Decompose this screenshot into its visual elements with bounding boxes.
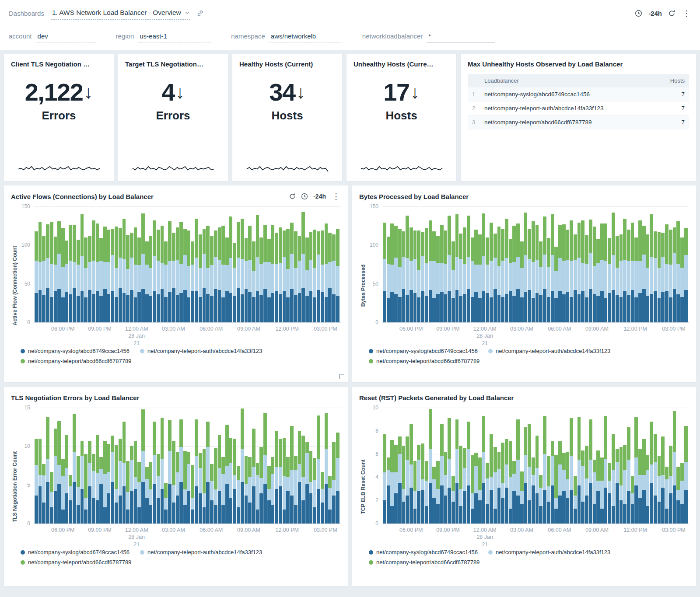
- bar-segment: [221, 505, 225, 524]
- bar-segment: [585, 264, 588, 298]
- bar-segment: [474, 453, 478, 465]
- bar-segment: [210, 296, 214, 322]
- plot-area[interactable]: [34, 408, 341, 524]
- bar-segment: [410, 290, 413, 322]
- bar-segment: [38, 222, 42, 262]
- bar-segment: [122, 219, 126, 259]
- kpi-row: Client TLS Negotiation … 2,122↓ Errors T…: [4, 54, 696, 182]
- bar-segment: [566, 260, 570, 292]
- legend-item[interactable]: net/company-syslog/abcd6749ccac1456: [21, 549, 130, 555]
- legend-item[interactable]: net/company-teleport-auth/abcdce14fa33f1…: [140, 348, 262, 354]
- stacked-bar: [532, 206, 535, 322]
- refresh-icon[interactable]: [289, 193, 296, 200]
- bar-segment: [42, 261, 46, 296]
- plot-area[interactable]: [382, 408, 689, 524]
- bar-segment: [50, 507, 53, 524]
- bar-segment: [69, 294, 72, 322]
- link-icon[interactable]: [196, 10, 204, 17]
- filter-account-value[interactable]: dev: [36, 32, 96, 42]
- legend-item[interactable]: net/company-syslog/abcd6749ccac1456: [369, 549, 478, 555]
- bar-segment: [524, 255, 528, 292]
- bar-segment: [680, 237, 684, 268]
- bar-segment: [558, 258, 562, 290]
- stacked-bar: [99, 408, 103, 524]
- bar-segment: [263, 413, 267, 454]
- clock-icon[interactable]: [301, 193, 308, 200]
- bar-segment: [417, 230, 420, 270]
- bar-segment: [680, 463, 684, 481]
- panel-time-range[interactable]: -24h: [313, 193, 326, 200]
- bar-segment: [390, 506, 394, 524]
- bar-segment: [286, 297, 290, 322]
- legend-item[interactable]: net/company-teleport/abcd66cdf6787789: [21, 559, 131, 566]
- clock-icon[interactable]: [635, 10, 642, 17]
- bar-segment: [145, 294, 149, 322]
- bar-segment: [661, 436, 665, 475]
- plot-area[interactable]: [34, 206, 341, 322]
- bar-segment: [631, 290, 634, 322]
- loadbalancer-name: net/company-teleport/abcd66cdf6787789: [480, 115, 660, 129]
- stacked-bar: [608, 408, 611, 524]
- kebab-menu-icon[interactable]: ⋮: [682, 10, 691, 17]
- bar-segment: [627, 460, 630, 491]
- legend-item[interactable]: net/company-teleport/abcd66cdf6787789: [21, 358, 131, 364]
- bar-segment: [305, 237, 309, 270]
- stacked-bar: [467, 206, 470, 322]
- bar-segment: [168, 420, 172, 451]
- stacked-bar: [654, 408, 657, 524]
- filter-networkloadbalancer-value[interactable]: *: [427, 32, 495, 42]
- stacked-bar: [490, 206, 493, 322]
- bar-segment: [309, 493, 313, 524]
- bar-segment: [581, 220, 584, 263]
- bar-segment: [402, 446, 406, 489]
- bar-segment: [654, 291, 657, 322]
- stacked-bar: [646, 206, 650, 322]
- legend-item[interactable]: net/company-syslog/abcd6749ccac1456: [21, 348, 130, 354]
- stacked-bar: [168, 206, 172, 322]
- bar-segment: [275, 431, 278, 467]
- legend-dot: [140, 349, 144, 353]
- refresh-icon[interactable]: [668, 10, 676, 17]
- bar-segment: [440, 485, 444, 524]
- bar-segment: [325, 484, 328, 524]
- chart-row-1: Active Flows (Connections) by Load Balan…: [4, 185, 696, 383]
- panel-bytes-processed: Bytes Processed by Load Balancer Bytes P…: [352, 185, 696, 383]
- plot-area[interactable]: [382, 206, 689, 322]
- time-range[interactable]: -24h: [648, 10, 662, 17]
- column-header-hosts[interactable]: Hosts: [660, 74, 689, 87]
- legend-item[interactable]: net/company-teleport-auth/abcdce14fa33f1…: [488, 348, 610, 354]
- bar-segment: [328, 488, 332, 510]
- bar-segment: [390, 472, 394, 506]
- kebab-menu-icon[interactable]: ⋮: [331, 192, 341, 200]
- legend-item[interactable]: net/company-syslog/abcd6749ccac1456: [369, 348, 478, 354]
- bar-segment: [245, 289, 248, 322]
- stacked-bar: [221, 408, 225, 524]
- stacked-bar: [122, 206, 126, 322]
- bar-segment: [313, 230, 316, 268]
- bar-segment: [137, 507, 141, 524]
- resize-handle-icon[interactable]: [339, 374, 344, 379]
- bar-segment: [103, 227, 107, 262]
- bar-segment: [570, 418, 573, 456]
- bar-segment: [501, 229, 504, 260]
- stacked-bar: [176, 206, 179, 322]
- legend-item[interactable]: net/company-teleport/abcd66cdf6787789: [369, 358, 480, 364]
- legend-item[interactable]: net/company-teleport/abcd66cdf6787789: [369, 559, 480, 566]
- filter-region-value[interactable]: us-east-1: [138, 32, 211, 42]
- stacked-bar: [92, 408, 95, 524]
- stacked-bar: [183, 408, 187, 524]
- bar-segment: [459, 296, 462, 322]
- panel-title: Active Flows (Connections) by Load Balan…: [11, 193, 154, 200]
- bar-segment: [429, 220, 432, 262]
- bar-segment: [99, 261, 103, 296]
- legend-item[interactable]: net/company-teleport-auth/abcdce14fa33f1…: [488, 549, 610, 555]
- bar-segment: [455, 449, 459, 483]
- dashboard-title-dropdown[interactable]: 1. AWS Network Load Balancer - Overview: [51, 7, 190, 20]
- filter-namespace-value[interactable]: aws/networkelb: [270, 32, 342, 42]
- column-header-loadbalancer[interactable]: Loadbalancer: [480, 74, 660, 87]
- stacked-bar: [631, 408, 634, 524]
- bar-segment: [566, 498, 570, 524]
- bar-segment: [440, 263, 444, 292]
- legend-item[interactable]: net/company-teleport-auth/abcdce14fa33f1…: [140, 549, 262, 555]
- bar-segment: [398, 436, 402, 454]
